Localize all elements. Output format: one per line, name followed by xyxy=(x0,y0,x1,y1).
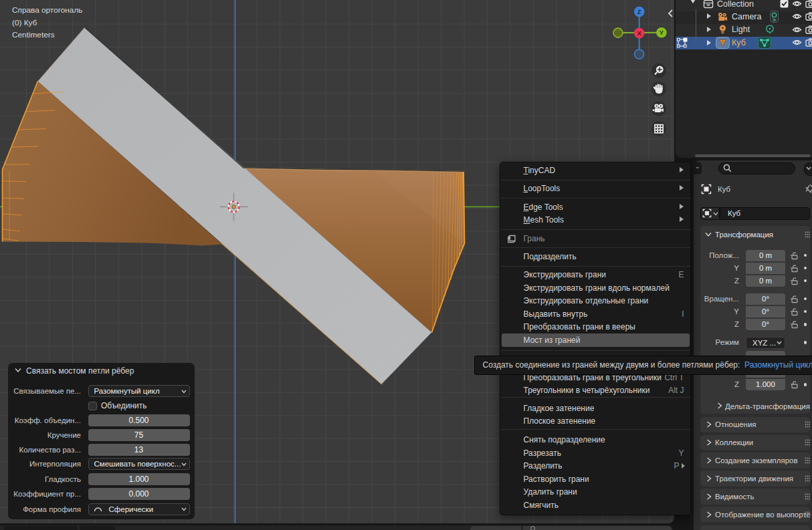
svg-text:(0) Куб: (0) Куб xyxy=(12,18,37,27)
svg-text:Справа ортогональ: Справа ортогональ xyxy=(12,5,82,15)
svg-text:X: X xyxy=(637,29,642,37)
svg-text:Z: Z xyxy=(637,8,641,15)
svg-text:Y: Y xyxy=(659,29,664,36)
svg-text:Centimeters: Centimeters xyxy=(12,30,55,39)
